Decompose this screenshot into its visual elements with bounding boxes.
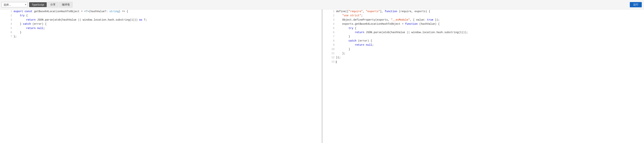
table-row: 4 } catch (error) { <box>0 22 322 26</box>
table-row: 8 catch (error) { <box>322 39 644 43</box>
line-number: 10 <box>322 47 335 51</box>
line-code: Object.defineProperty(exports, "__esModu… <box>335 18 644 22</box>
line-number: 6 <box>0 30 13 35</box>
line-number: 12 <box>322 55 335 60</box>
language-select[interactable]: 选择... <box>2 2 28 7</box>
table-row: 5 try { <box>322 26 644 30</box>
left-editor[interactable]: 1export const getBase64LocationHashToObj… <box>0 9 322 143</box>
table-row: 6 return JSON.parse(atob(hashValue || wi… <box>322 30 644 35</box>
line-code: }; <box>13 35 322 39</box>
line-number: 2 <box>0 14 13 18</box>
line-code: "use strict"; <box>335 14 644 18</box>
right-editor[interactable]: 1define(["require", "exports"], function… <box>322 9 644 143</box>
line-code: } <box>335 35 644 39</box>
line-number: 8 <box>322 39 335 43</box>
table-row: 2 "use strict"; <box>322 14 644 18</box>
right-code-table: 1define(["require", "exports"], function… <box>322 9 644 64</box>
line-number: 9 <box>322 43 335 47</box>
table-row: 3 return JSON.parse(atob(hashValue || wi… <box>0 18 322 22</box>
table-row: 7 } <box>322 35 644 39</box>
typescript-button[interactable]: TypeScript <box>29 2 47 7</box>
left-code-table: 1export const getBase64LocationHashToObj… <box>0 9 322 39</box>
line-code: }); <box>335 55 644 60</box>
table-row: 7}; <box>0 35 322 39</box>
line-number: 7 <box>322 35 335 39</box>
line-number: 13 <box>322 60 335 64</box>
table-row: 10 } <box>322 47 644 51</box>
line-number: 11 <box>322 51 335 55</box>
line-code: catch (error) { <box>335 39 644 43</box>
table-row: 1export const getBase64LocationHashToObj… <box>0 9 322 14</box>
line-number: 4 <box>322 22 335 26</box>
line-number: 1 <box>0 9 13 14</box>
line-number: 3 <box>322 18 335 22</box>
table-row: 6 } <box>0 30 322 35</box>
line-number: 7 <box>0 35 13 39</box>
compile-button[interactable]: 编译项 <box>59 2 72 8</box>
line-number: 6 <box>322 30 335 35</box>
table-row: 9 return null; <box>322 43 644 47</box>
table-row: 13 <box>322 60 644 64</box>
table-row: 2 try { <box>0 14 322 18</box>
toolbar: 选择... ▼ TypeScript 分享 编译项 运行 <box>0 0 644 9</box>
table-row: 11 }; <box>322 51 644 55</box>
line-number: 3 <box>0 18 13 22</box>
run-button[interactable]: 运行 <box>630 2 642 7</box>
line-code: } catch (error) { <box>13 22 322 26</box>
line-code: return null; <box>335 43 644 47</box>
line-number: 1 <box>322 9 335 14</box>
line-code: } <box>335 47 644 51</box>
line-code: exports.getBase64LocationHashToObject = … <box>335 22 644 26</box>
table-row: 5 return null; <box>0 26 322 30</box>
table-row: 12}); <box>322 55 644 60</box>
table-row: 4 exports.getBase64LocationHashToObject … <box>322 22 644 26</box>
line-number: 5 <box>0 26 13 30</box>
line-code: try { <box>335 26 644 30</box>
line-code: return JSON.parse(atob(hashValue || wind… <box>13 18 322 22</box>
line-code <box>335 60 644 64</box>
line-code: return null; <box>13 26 322 30</box>
line-code: return JSON.parse(atob(hashValue || wind… <box>335 30 644 35</box>
share-button[interactable]: 分享 <box>48 2 58 8</box>
table-row: 3 Object.defineProperty(exports, "__esMo… <box>322 18 644 22</box>
line-code: try { <box>13 14 322 18</box>
line-number: 2 <box>322 14 335 18</box>
editors-container: 1export const getBase64LocationHashToObj… <box>0 9 644 143</box>
language-select-wrapper: 选择... ▼ <box>2 2 28 7</box>
line-number: 5 <box>322 26 335 30</box>
line-code: define(["require", "exports"], function … <box>335 9 644 14</box>
line-number: 4 <box>0 22 13 26</box>
line-code: } <box>13 30 322 35</box>
table-row: 1define(["require", "exports"], function… <box>322 9 644 14</box>
line-code: export const getBase64LocationHashToObje… <box>13 9 322 14</box>
line-code: }; <box>335 51 644 55</box>
